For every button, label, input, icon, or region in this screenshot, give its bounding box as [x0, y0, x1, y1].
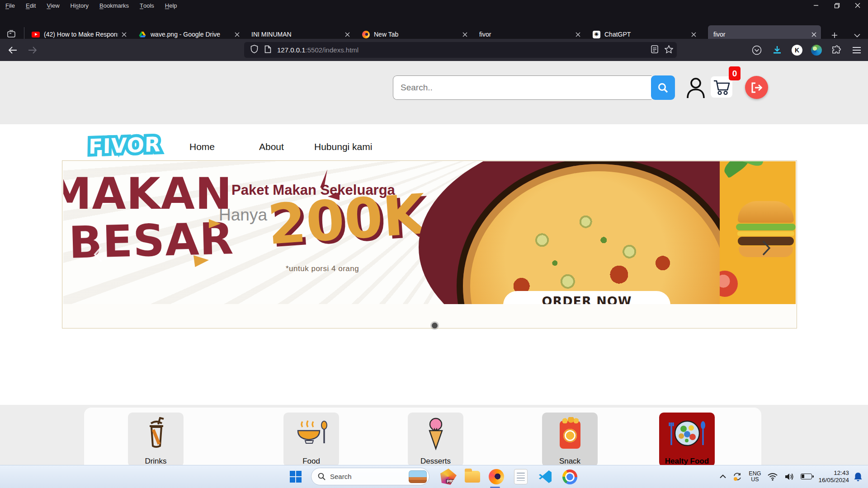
reader-view-icon[interactable]	[651, 45, 658, 55]
order-now-button[interactable]: ORDER NOW	[503, 291, 670, 304]
firefox-icon	[362, 30, 370, 38]
carousel-slides: MAKAN BESAR Paket Makan Sekeluarga Hanya…	[63, 161, 796, 304]
tab-close-icon[interactable]	[691, 32, 696, 37]
menu-history[interactable]: History	[65, 0, 94, 11]
url-text: 127.0.0.1:5502/indexs.html	[277, 46, 651, 54]
category-card-desserts[interactable]: Desserts	[408, 413, 463, 467]
category-card-snack[interactable]: Snack	[542, 413, 598, 467]
browser-tabbar: (42) How to Make Respons wave.png - Goog…	[0, 11, 868, 39]
battery-icon[interactable]	[801, 474, 812, 479]
wifi-icon[interactable]	[767, 473, 778, 481]
screen: File Edit View History Bookmarks Tools H…	[0, 0, 868, 488]
search-highlight-image[interactable]	[409, 470, 427, 483]
nav-home-link[interactable]: Home	[189, 141, 215, 152]
category-label: Snack	[559, 457, 580, 466]
banner-price: 200K	[265, 182, 427, 257]
vscode-icon[interactable]	[536, 468, 554, 486]
bookmark-star-icon[interactable]	[665, 45, 673, 55]
kaspersky-extension-icon[interactable]: K	[792, 45, 802, 56]
language-indicator[interactable]: ENGUS	[749, 471, 761, 483]
snack-icon	[542, 417, 598, 449]
url-bar[interactable]: 127.0.0.1:5502/indexs.html	[244, 42, 677, 58]
logout-icon	[751, 82, 763, 93]
forward-icon[interactable]	[26, 44, 39, 56]
taskbar-search[interactable]: Search	[311, 468, 429, 485]
promo-carousel: MAKAN BESAR Paket Makan Sekeluarga Hanya…	[62, 160, 797, 328]
category-card-drinks[interactable]: Drinks	[128, 413, 184, 467]
google-drive-icon	[138, 30, 146, 38]
cart-icon	[713, 79, 730, 95]
promo-slide-pizza: MAKAN BESAR Paket Makan Sekeluarga Hanya…	[63, 161, 720, 304]
clock[interactable]: 12:4316/05/2024	[818, 469, 849, 484]
tab-close-icon[interactable]	[576, 32, 580, 37]
tomato-decoration	[720, 271, 738, 297]
healthy-food-icon	[659, 417, 715, 449]
youtube-icon	[32, 30, 40, 38]
volume-icon[interactable]	[784, 473, 794, 481]
promo-slide-burger	[720, 161, 796, 304]
download-icon[interactable]	[771, 44, 783, 56]
banner-headline-1: MAKAN	[63, 173, 232, 215]
chrome-icon[interactable]	[561, 468, 579, 486]
banner-price-prefix: Hanya	[219, 206, 267, 225]
close-icon[interactable]	[847, 0, 868, 11]
shield-icon[interactable]	[250, 45, 258, 55]
drinks-icon	[128, 417, 184, 450]
update-sync-icon[interactable]	[732, 472, 742, 481]
account-button[interactable]	[684, 75, 707, 100]
idm-extension-icon[interactable]	[811, 45, 822, 56]
notepad-app-icon[interactable]	[512, 468, 530, 486]
hamburger-menu-icon[interactable]	[851, 44, 863, 56]
desserts-icon	[408, 417, 463, 451]
category-label: Food	[302, 457, 320, 466]
site-logo: FIVOR FIVOR	[89, 132, 175, 161]
leaf-decoration	[721, 161, 753, 178]
file-explorer-icon[interactable]	[463, 468, 481, 486]
category-card-food[interactable]: Food	[283, 413, 339, 467]
start-button[interactable]	[287, 468, 305, 486]
food-icon	[283, 417, 339, 450]
tab-manager-icon[interactable]	[5, 28, 18, 40]
toolbar-extensions: K	[751, 39, 863, 61]
menu-help[interactable]: Help	[160, 0, 183, 11]
extensions-puzzle-icon[interactable]	[830, 44, 842, 56]
tab-close-icon[interactable]	[462, 32, 467, 37]
carousel-prev-icon[interactable]	[91, 245, 105, 263]
taskbar-search-label: Search	[330, 473, 352, 480]
logout-button[interactable]	[745, 76, 768, 99]
menu-file[interactable]: File	[0, 0, 20, 11]
windows-logo-icon	[290, 471, 302, 483]
tab-close-icon[interactable]	[235, 32, 240, 37]
nav-contact-link[interactable]: Hubungi kami	[314, 141, 372, 152]
tab-close-icon[interactable]	[122, 32, 127, 37]
tray-chevron-up-icon[interactable]	[720, 474, 726, 479]
person-icon	[685, 76, 706, 99]
search-icon	[318, 473, 326, 480]
system-tray: ENGUS 12:4316/05/2024	[720, 465, 868, 488]
minimize-icon[interactable]	[806, 0, 826, 11]
menu-tools[interactable]: Tools	[134, 0, 160, 11]
search-icon	[658, 83, 668, 93]
menu-view[interactable]: View	[41, 0, 65, 11]
category-label: Desserts	[420, 457, 451, 466]
tab-close-icon[interactable]	[345, 32, 350, 37]
back-icon[interactable]	[6, 44, 19, 56]
search-input[interactable]	[393, 75, 651, 100]
pre-app-icon[interactable]: PRE	[439, 468, 458, 486]
firefox-taskbar-icon[interactable]	[487, 468, 505, 486]
nav-about-link[interactable]: About	[259, 141, 284, 152]
tab-close-icon[interactable]	[811, 32, 816, 37]
notification-bell-icon[interactable]	[854, 472, 863, 482]
category-label: Drinks	[145, 457, 166, 466]
carousel-next-icon[interactable]	[760, 239, 773, 257]
menu-edit[interactable]: Edit	[20, 0, 41, 11]
category-card-healthy-food[interactable]: Healty Food	[659, 413, 715, 467]
window-controls	[806, 0, 868, 11]
pocket-icon[interactable]	[751, 44, 763, 56]
page-icon[interactable]	[264, 45, 271, 55]
search-button[interactable]	[651, 75, 675, 100]
restore-icon[interactable]	[826, 0, 847, 11]
carousel-dot[interactable]	[432, 323, 438, 328]
category-label: Healty Food	[665, 457, 709, 466]
menu-bookmarks[interactable]: Bookmarks	[94, 0, 134, 11]
